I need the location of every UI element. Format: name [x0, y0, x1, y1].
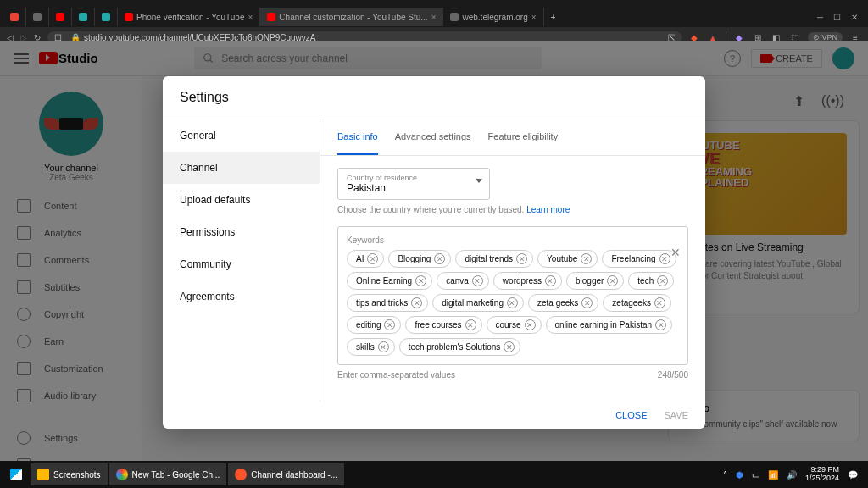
tray-bluetooth-icon[interactable]: ⬢ — [736, 470, 743, 480]
keyword-chip: digital marketing✕ — [432, 294, 524, 312]
keyword-chip: zeta geeks✕ — [528, 294, 598, 312]
tab-label: Phone verification - YouTube — [136, 13, 245, 22]
keyword-chip: Youtube✕ — [537, 250, 598, 268]
notifications-icon[interactable]: 💬 — [848, 470, 858, 480]
tab-active[interactable]: Channel customization - YouTube Stu...× — [260, 8, 443, 26]
chip-remove-icon[interactable]: ✕ — [659, 253, 670, 264]
maximize-icon[interactable]: ☐ — [833, 13, 841, 22]
tab-label: Channel customization - YouTube Stu... — [279, 13, 427, 22]
chip-remove-icon[interactable]: ✕ — [415, 275, 426, 286]
country-select[interactable]: Country of residence Pakistan — [337, 168, 490, 200]
modal-nav-permissions[interactable]: Permissions — [163, 216, 320, 248]
tab-advanced[interactable]: Advanced settings — [395, 119, 471, 155]
tab[interactable] — [49, 8, 72, 26]
chip-remove-icon[interactable]: ✕ — [581, 253, 592, 264]
tray-chevron-icon[interactable]: ˄ — [723, 470, 727, 480]
start-button[interactable] — [3, 463, 29, 485]
modal-tabs: Basic info Advanced settings Feature eli… — [320, 119, 705, 156]
clear-keywords-icon[interactable]: ✕ — [670, 246, 681, 259]
chip-remove-icon[interactable]: ✕ — [504, 341, 515, 352]
chip-remove-icon[interactable]: ✕ — [581, 297, 593, 308]
keyword-chip: canva✕ — [437, 272, 489, 290]
keyword-chip: skills✕ — [347, 338, 395, 356]
modal-nav-community[interactable]: Community — [163, 248, 320, 280]
chip-remove-icon[interactable]: ✕ — [465, 319, 476, 330]
chip-remove-icon[interactable]: ✕ — [384, 319, 395, 330]
keyword-chip: AI✕ — [347, 250, 384, 268]
tab[interactable] — [95, 8, 118, 26]
chip-remove-icon[interactable]: ✕ — [657, 275, 668, 286]
tab[interactable] — [3, 8, 26, 26]
keyword-chip: course✕ — [487, 316, 542, 334]
keyword-chip: tech problem's Solutions✕ — [399, 338, 521, 356]
modal-title: Settings — [163, 76, 705, 119]
modal-nav-general[interactable]: General — [163, 119, 320, 152]
tab-label: web.telegram.org — [462, 13, 527, 22]
taskbar: Screenshots New Tab - Google Ch... Chann… — [0, 461, 868, 488]
keyword-chip: tech✕ — [628, 272, 674, 290]
tab-feature[interactable]: Feature eligibility — [488, 119, 559, 155]
chip-remove-icon[interactable]: ✕ — [525, 319, 536, 330]
modal-nav: General Channel Upload defaults Permissi… — [163, 119, 320, 402]
country-help: Choose the country where you're currentl… — [337, 205, 688, 214]
new-tab-button[interactable]: + — [544, 13, 563, 22]
keyword-chip: Online Earning✕ — [347, 272, 432, 290]
keyword-chip: Freelancing✕ — [602, 250, 676, 268]
keyword-chip: tips and tricks✕ — [347, 294, 428, 312]
chip-remove-icon[interactable]: ✕ — [545, 275, 556, 286]
minimize-icon[interactable]: ─ — [817, 13, 823, 22]
close-icon[interactable]: × — [531, 13, 537, 22]
keyword-chip: blogger✕ — [566, 272, 624, 290]
keyword-chip: editing✕ — [347, 316, 401, 334]
chip-remove-icon[interactable]: ✕ — [411, 297, 422, 308]
tray-network-icon[interactable]: ▭ — [752, 470, 760, 480]
save-button[interactable]: SAVE — [664, 410, 688, 420]
tab-basic-info[interactable]: Basic info — [337, 119, 378, 155]
tab[interactable]: Phone verification - YouTube× — [118, 8, 260, 26]
keyword-chip: wordpress✕ — [493, 272, 562, 290]
chip-remove-icon[interactable]: ✕ — [367, 253, 378, 264]
keywords-hint: Enter comma-separated values — [337, 370, 455, 380]
chip-remove-icon[interactable]: ✕ — [607, 275, 618, 286]
chip-remove-icon[interactable]: ✕ — [516, 253, 527, 264]
browser-tabbar: Phone verification - YouTube× Channel cu… — [0, 7, 868, 27]
modal-nav-channel[interactable]: Channel — [163, 152, 320, 184]
settings-modal: Settings General Channel Upload defaults… — [163, 76, 705, 429]
chip-remove-icon[interactable]: ✕ — [654, 297, 665, 308]
close-icon[interactable]: × — [248, 13, 253, 22]
keyword-chip: online earning in Pakistan✕ — [546, 316, 673, 334]
keywords-field[interactable]: Keywords AI✕Blogging✕digital trends✕Yout… — [337, 226, 688, 365]
clock[interactable]: 9:29 PM 1/25/2024 — [805, 466, 839, 483]
tab[interactable] — [72, 8, 95, 26]
tray-volume-icon[interactable]: 🔊 — [787, 470, 797, 480]
keywords-counter: 248/500 — [658, 370, 688, 380]
keyword-chip: free courses✕ — [405, 316, 481, 334]
keyword-chip: Blogging✕ — [388, 250, 451, 268]
chip-remove-icon[interactable]: ✕ — [472, 275, 483, 286]
modal-nav-upload[interactable]: Upload defaults — [163, 184, 320, 216]
tray-wifi-icon[interactable]: 📶 — [768, 470, 778, 480]
close-icon[interactable]: × — [431, 13, 437, 22]
close-button[interactable]: CLOSE — [615, 410, 647, 420]
task-item[interactable]: New Tab - Google Ch... — [109, 463, 227, 485]
tab[interactable]: web.telegram.org× — [443, 8, 543, 26]
chip-remove-icon[interactable]: ✕ — [378, 341, 389, 352]
modal-nav-agreements[interactable]: Agreements — [163, 280, 320, 313]
chip-remove-icon[interactable]: ✕ — [507, 297, 518, 308]
chip-remove-icon[interactable]: ✕ — [434, 253, 445, 264]
task-item[interactable]: Channel dashboard -... — [228, 463, 344, 485]
task-item[interactable]: Screenshots — [31, 463, 108, 485]
chip-remove-icon[interactable]: ✕ — [655, 319, 666, 330]
keyword-chip: zetageeks✕ — [603, 294, 671, 312]
chevron-down-icon — [476, 179, 482, 183]
keyword-chip: digital trends✕ — [455, 250, 533, 268]
tab[interactable] — [26, 8, 49, 26]
close-window-icon[interactable]: ✕ — [851, 13, 858, 22]
learn-more-link[interactable]: Learn more — [526, 205, 570, 214]
